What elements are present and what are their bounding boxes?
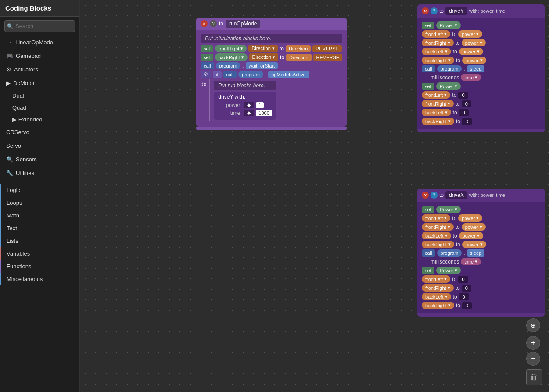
search-icon: 🔍	[7, 23, 14, 29]
back-right-dd[interactable]: backRight ▾	[422, 57, 454, 64]
power-val-dd-dx[interactable]: power ▾	[458, 214, 482, 222]
front-right-dd-dx[interactable]: frontRight ▾	[422, 223, 454, 231]
sidebar-item-label: DcMotor	[13, 80, 35, 86]
sidebar-item-quad[interactable]: Quad	[0, 102, 79, 114]
back-left-row-dx: backLeft ▾ to power ▾	[422, 232, 540, 239]
zoom-out-btn[interactable]: −	[526, 352, 540, 366]
power-val-dd[interactable]: power ▾	[458, 30, 482, 38]
to-kw2: to	[456, 40, 460, 46]
to-kw5: to	[452, 92, 456, 98]
power-val-dd3[interactable]: power ▾	[459, 48, 483, 55]
br-dd-zero-dx[interactable]: backRight ▾	[422, 302, 454, 309]
sidebar-item-logic[interactable]: Logic	[0, 184, 79, 196]
fr-dd-zero[interactable]: frontRight ▾	[422, 100, 454, 107]
power-val-dd3-dx[interactable]: power ▾	[459, 232, 483, 239]
time-dd[interactable]: time ▾	[461, 74, 481, 81]
direction-dropdown-2[interactable]: Direction ▾	[249, 53, 278, 61]
sidebar-item-label: Actuators	[14, 66, 38, 73]
power-val-dd4[interactable]: power ▾	[462, 57, 486, 64]
zero-val2: 0	[462, 100, 471, 107]
back-left-row-dy: backLeft ▾ to power ▾	[422, 48, 540, 55]
help-drive-x-btn[interactable]: ?	[431, 192, 438, 199]
program-obj-sleep-dx: program	[437, 249, 462, 257]
gear-icon: ⚙	[6, 66, 11, 73]
category-label: Functions	[7, 263, 31, 270]
if-icon-btn: ⚙	[201, 71, 211, 78]
power-dropdown-dx[interactable]: Power ▾	[436, 206, 461, 213]
bl-dd-zero-dx[interactable]: backLeft ▾	[422, 293, 451, 300]
power-val-dd4-dx[interactable]: power ▾	[462, 241, 486, 248]
trash-btn[interactable]: 🗑	[526, 369, 542, 385]
fl-dd-zero[interactable]: frontLeft ▾	[422, 91, 450, 99]
category-label: Variables	[7, 250, 30, 257]
sidebar-item-gamepad[interactable]: 🎮 Gamepad	[0, 49, 79, 63]
sidebar-item-lists[interactable]: Lists	[0, 235, 79, 247]
fr-dd-zero-dx[interactable]: frontRight ▾	[422, 284, 454, 292]
sidebar-item-label: Gamepad	[16, 53, 41, 59]
close-drive-x-btn[interactable]: ✕	[422, 192, 429, 199]
power-val-dd2[interactable]: power ▾	[462, 39, 486, 46]
call-kw: call	[422, 65, 435, 72]
reverse-dropdown-2[interactable]: REVERSE	[313, 54, 343, 61]
sidebar-item-math[interactable]: Math	[0, 209, 79, 222]
set-kw2-dx: set	[422, 267, 434, 274]
front-left-dd-dx[interactable]: frontLeft ▾	[422, 214, 450, 222]
sidebar-item-dc-motor[interactable]: ▶ DcMotor	[0, 76, 79, 90]
power-dropdown[interactable]: Power ▾	[436, 21, 461, 29]
reverse-dropdown[interactable]: REVERSE	[312, 45, 342, 52]
help-block-btn[interactable]: ?	[210, 20, 217, 27]
sidebar-item-sensors[interactable]: 🔍 Sensors	[0, 153, 79, 166]
sidebar-item-functions[interactable]: Functions	[0, 260, 79, 273]
fl-dd-zero-dx[interactable]: frontLeft ▾	[422, 275, 450, 283]
time-dd-dx[interactable]: time ▾	[461, 258, 481, 265]
to-kw5-dx: to	[452, 276, 456, 282]
time-value[interactable]: 1000	[256, 110, 272, 116]
front-left-dd[interactable]: frontLeft ▾	[422, 30, 450, 38]
sidebar-item-dual[interactable]: Dual	[0, 90, 79, 102]
sidebar-item-variables[interactable]: Variables	[0, 247, 79, 260]
back-left-dd-dx[interactable]: backLeft ▾	[422, 232, 451, 239]
sidebar-item-actuators[interactable]: ⚙ Actuators	[0, 63, 79, 76]
program-obj: program	[216, 62, 241, 69]
close-block-btn[interactable]: ✕	[201, 20, 208, 27]
sidebar-item-miscellaneous[interactable]: Miscellaneous	[0, 273, 79, 285]
zoom-in-btn[interactable]: +	[526, 336, 540, 350]
close-drive-y-btn[interactable]: ✕	[422, 7, 429, 14]
back-left-dd[interactable]: backLeft ▾	[422, 48, 451, 55]
back-right-row-dx: backRight ▾ to power ▾	[422, 241, 540, 248]
front-right-dropdown[interactable]: frontRight ▾	[215, 45, 247, 52]
front-left-row-dy: frontLeft ▾ to power ▾	[422, 30, 540, 38]
sidebar-item-servo[interactable]: Servo	[0, 139, 79, 153]
power-dropdown2[interactable]: Power ▾	[436, 82, 461, 90]
sidebar-item-extended[interactable]: ▶ Extended	[0, 114, 79, 125]
direction-dropdown[interactable]: Direction ▾	[248, 45, 277, 52]
to-keyword-2: to	[280, 54, 284, 61]
drive-y-tail	[417, 129, 545, 132]
wait-for-start-method: waitForStart	[246, 62, 278, 69]
call-sleep-row-dy: call program . sleep	[422, 65, 540, 72]
zero-val3: 0	[459, 109, 469, 116]
br-dd-zero[interactable]: backRight ▾	[422, 118, 454, 125]
front-right-dd[interactable]: frontRight ▾	[422, 39, 454, 46]
help-drive-y-btn[interactable]: ?	[431, 7, 438, 14]
sidebar-item-crservo[interactable]: CRServo	[0, 125, 79, 139]
if-row: ⚙ if call program . opModeIsActive	[201, 71, 342, 78]
zoom-nav-btn[interactable]: ⊕	[526, 318, 540, 332]
sidebar-item-linear-op-mode[interactable]: LinearOpMode	[0, 36, 79, 49]
sidebar-item-text[interactable]: Text	[0, 222, 79, 235]
back-right-dd-dx[interactable]: backRight ▾	[422, 241, 454, 248]
main-canvas[interactable]: ✕ ? to runOpMode Put initialization bloc…	[80, 0, 549, 392]
run-placeholder: Put run blocks here.	[214, 81, 276, 90]
bl-dd-zero[interactable]: backLeft ▾	[422, 109, 451, 116]
power-value[interactable]: 1	[256, 102, 264, 108]
power-dropdown2-dx[interactable]: Power ▾	[436, 267, 461, 274]
power-val-dd2-dx[interactable]: power ▾	[462, 223, 486, 231]
search-input[interactable]	[4, 20, 75, 32]
back-right-dropdown[interactable]: backRight ▾	[215, 53, 248, 61]
sidebar-item-loops[interactable]: Loops	[0, 196, 79, 209]
sidebar-item-label: Dual	[12, 93, 24, 99]
program-obj-sleep: program	[437, 65, 462, 72]
sidebar-item-utilities[interactable]: 🔧 Utilities	[0, 166, 79, 180]
zero-val3-dx: 0	[459, 293, 469, 300]
millis-label-dx: milliseconds	[431, 259, 459, 265]
